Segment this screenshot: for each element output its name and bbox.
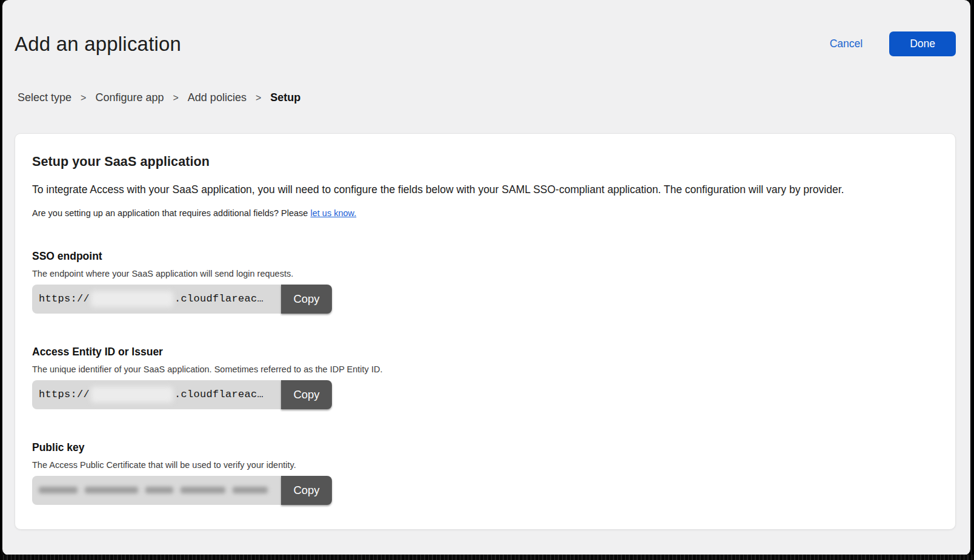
redacted-text xyxy=(39,487,78,493)
field-value-row: https:// .cloudflareac… Copy xyxy=(32,285,938,314)
header-actions: Cancel Done xyxy=(830,31,956,56)
breadcrumb-item-add-policies[interactable]: Add policies xyxy=(188,91,247,104)
breadcrumb-item-select-type[interactable]: Select type xyxy=(18,91,71,104)
breadcrumb: Select type > Configure app > Add polici… xyxy=(18,91,956,104)
redacted-text xyxy=(181,487,225,493)
value-prefix: https:// xyxy=(39,389,90,400)
value-suffix: .cloudflareac… xyxy=(174,389,263,400)
redacted-text xyxy=(91,387,173,403)
public-key-value xyxy=(32,476,281,505)
field-description: The unique identifier of your SaaS appli… xyxy=(32,364,938,374)
cancel-button[interactable]: Cancel xyxy=(830,38,863,50)
done-button[interactable]: Done xyxy=(889,31,956,56)
field-access-entity-id: Access Entity ID or Issuer The unique id… xyxy=(32,346,938,409)
field-description: The Access Public Certificate that will … xyxy=(32,460,938,470)
redacted-text xyxy=(145,487,173,493)
field-value-row: https:// .cloudflareac… Copy xyxy=(32,380,938,409)
value-suffix: .cloudflareac… xyxy=(174,293,263,305)
add-application-window: Add an application Cancel Done Select ty… xyxy=(2,0,970,555)
redacted-text xyxy=(85,487,138,493)
let-us-know-link[interactable]: let us know. xyxy=(310,208,356,218)
redacted-text xyxy=(91,291,173,307)
breadcrumb-item-setup: Setup xyxy=(270,91,300,104)
copy-button[interactable]: Copy xyxy=(281,285,332,314)
window-header: Add an application Cancel Done xyxy=(15,31,956,56)
copy-button[interactable]: Copy xyxy=(281,476,332,505)
breadcrumb-item-configure-app[interactable]: Configure app xyxy=(95,91,164,104)
setup-card: Setup your SaaS application To integrate… xyxy=(15,133,956,530)
page-title: Add an application xyxy=(15,33,181,56)
breadcrumb-separator: > xyxy=(81,93,86,104)
note-text: Are you setting up an application that r… xyxy=(32,208,308,218)
field-label: SSO endpoint xyxy=(32,250,938,263)
breadcrumb-separator: > xyxy=(256,93,261,104)
background-noise-strip xyxy=(0,555,974,560)
breadcrumb-separator: > xyxy=(173,93,179,104)
redacted-text xyxy=(233,487,268,493)
value-prefix: https:// xyxy=(39,293,90,305)
field-public-key: Public key The Access Public Certificate… xyxy=(32,441,938,505)
field-sso-endpoint: SSO endpoint The endpoint where your Saa… xyxy=(32,250,938,314)
screen-background: Add an application Cancel Done Select ty… xyxy=(0,0,974,560)
field-label: Access Entity ID or Issuer xyxy=(32,346,938,358)
field-value-row: Copy xyxy=(32,476,938,505)
field-label: Public key xyxy=(32,441,938,454)
copy-button[interactable]: Copy xyxy=(281,380,332,409)
card-title: Setup your SaaS application xyxy=(32,154,938,170)
access-entity-id-value: https:// .cloudflareac… xyxy=(32,380,281,409)
card-note: Are you setting up an application that r… xyxy=(32,208,938,218)
field-description: The endpoint where your SaaS application… xyxy=(32,269,938,278)
card-intro: To integrate Access with your SaaS appli… xyxy=(32,183,938,197)
sso-endpoint-value: https:// .cloudflareac… xyxy=(32,285,281,314)
